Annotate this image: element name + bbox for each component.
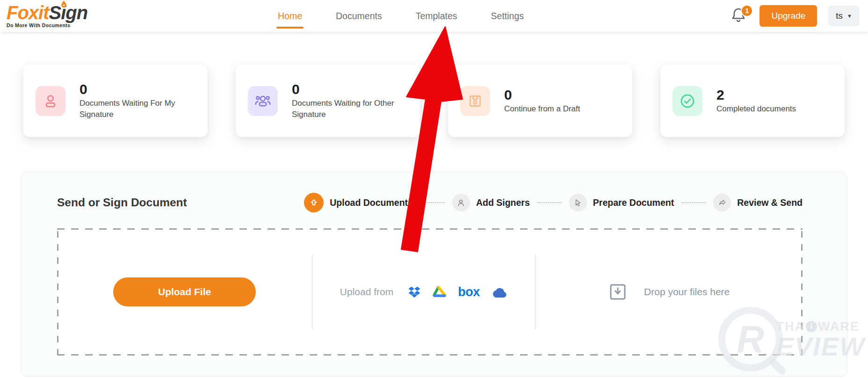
panel-title: Send or Sign Document (57, 196, 187, 209)
upload-file-button[interactable]: Upload File (113, 277, 256, 306)
user-menu-button[interactable]: ts ▼ (828, 6, 860, 26)
notification-count-badge: 1 (741, 5, 753, 17)
upload-icon (304, 193, 324, 212)
dropbox-icon[interactable] (407, 286, 421, 298)
stat-value: 2 (716, 87, 796, 103)
upgrade-button[interactable]: Upgrade (760, 5, 817, 27)
stat-value: 0 (292, 81, 404, 98)
step-connector (420, 202, 445, 203)
stat-card-completed[interactable]: 2 Completed documents (660, 65, 845, 137)
person-icon (36, 86, 65, 116)
foxitsign-logo[interactable]: FoxitSign Do More With Documents (7, 3, 87, 28)
step-label: Review & Send (737, 197, 803, 208)
workflow-steps: Upload Documents Add Signers (304, 193, 803, 212)
drop-files-column[interactable]: Drop your files here (535, 228, 803, 356)
stat-value: 0 (80, 81, 192, 98)
download-icon (608, 283, 627, 301)
main-nav: Home Documents Templates Settings (278, 0, 524, 32)
stats-row: 0 Documents Waiting For My Signature 0 D… (23, 65, 845, 137)
drop-files-label: Drop your files here (644, 286, 730, 298)
stat-label: Documents Waiting For My Signature (80, 98, 192, 120)
step-label: Upload Documents (330, 197, 413, 208)
draft-save-icon (460, 86, 490, 116)
nav-home[interactable]: Home (278, 0, 302, 32)
nav-documents[interactable]: Documents (336, 0, 382, 32)
step-connector (681, 202, 706, 203)
nav-settings[interactable]: Settings (491, 0, 524, 32)
step-review-send: Review & Send (713, 194, 803, 211)
logo-foxit-text: Foxit (7, 2, 49, 23)
upload-file-column: Upload File (57, 228, 312, 356)
pen-nib-icon (61, 0, 67, 8)
logo-tagline: Do More With Documents (7, 22, 87, 28)
cursor-icon (569, 194, 587, 211)
stat-card-waiting-other-signature[interactable]: 0 Documents Waiting for Other Signature (236, 65, 420, 137)
step-label: Prepare Document (593, 197, 674, 208)
logo-sign-text: Sign (49, 2, 88, 23)
step-connector (537, 202, 562, 203)
nav-templates[interactable]: Templates (416, 0, 457, 32)
box-icon[interactable]: box (458, 286, 480, 298)
step-add-signers: Add Signers (452, 194, 530, 211)
chevron-down-icon: ▼ (847, 13, 852, 19)
send-icon (713, 194, 731, 211)
stat-card-continue-draft[interactable]: 0 Continue from a Draft (448, 65, 632, 137)
step-label: Add Signers (476, 197, 530, 208)
logo-wordmark: FoxitSign (7, 3, 87, 22)
stat-label: Continue from a Draft (504, 103, 580, 115)
notifications-button[interactable]: 1 (730, 7, 748, 25)
stat-value: 0 (504, 87, 580, 103)
top-navigation-bar: FoxitSign Do More With Documents Home Do… (0, 0, 868, 32)
upload-from-column: Upload from box (312, 228, 535, 356)
header-actions: 1 Upgrade ts ▼ (730, 0, 860, 32)
onedrive-icon[interactable] (491, 286, 508, 298)
stat-card-waiting-my-signature[interactable]: 0 Documents Waiting For My Signature (23, 65, 208, 137)
google-drive-icon[interactable] (433, 286, 447, 298)
person-icon (452, 194, 470, 211)
user-initials: ts (836, 11, 843, 21)
upload-drop-area[interactable]: Upload File Upload from (57, 228, 803, 356)
send-or-sign-panel: Send or Sign Document Upload Documents (21, 172, 847, 377)
step-prepare-document: Prepare Document (569, 194, 674, 211)
group-icon (248, 86, 278, 116)
panel-header: Send or Sign Document Upload Documents (57, 191, 803, 214)
check-circle-icon (673, 86, 702, 116)
step-upload-documents: Upload Documents (304, 193, 413, 212)
stat-label: Documents Waiting for Other Signature (292, 98, 404, 120)
upload-from-label: Upload from (340, 286, 393, 298)
stat-label: Completed documents (716, 103, 796, 115)
